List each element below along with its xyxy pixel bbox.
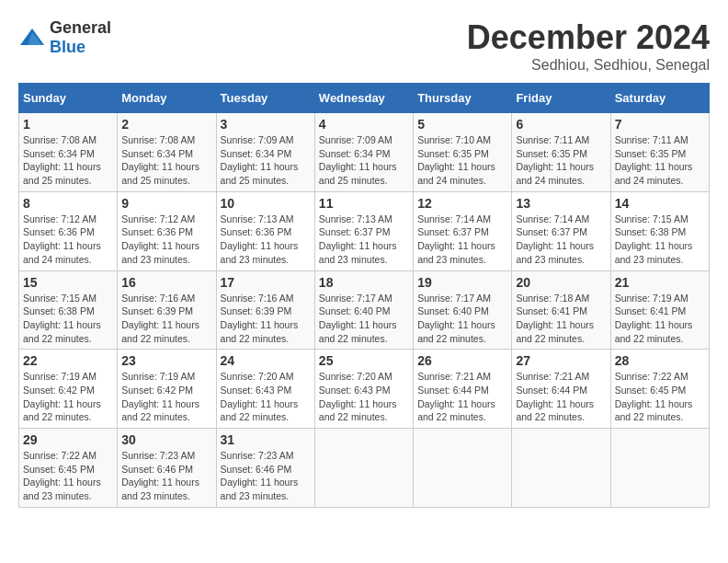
day-info: Sunrise: 7:18 AMSunset: 6:41 PMDaylight:…: [516, 293, 594, 344]
day-info: Sunrise: 7:19 AMSunset: 6:42 PMDaylight:…: [23, 371, 101, 422]
logo-icon: [18, 27, 46, 49]
day-info: Sunrise: 7:13 AMSunset: 6:36 PMDaylight:…: [221, 213, 299, 265]
day-cell: 11 Sunrise: 7:13 AMSunset: 6:37 PMDaylig…: [314, 191, 413, 270]
day-cell: 6 Sunrise: 7:11 AMSunset: 6:35 PMDayligh…: [512, 113, 610, 192]
day-number: 23: [121, 353, 211, 368]
day-number: 3: [221, 117, 311, 132]
day-number: 7: [615, 117, 705, 132]
day-cell: 9 Sunrise: 7:12 AMSunset: 6:36 PMDayligh…: [118, 191, 216, 270]
day-cell: 3 Sunrise: 7:09 AMSunset: 6:34 PMDayligh…: [216, 113, 314, 192]
day-cell: [610, 429, 709, 508]
page-header: General Blue December 2024 Sedhiou, Sedh…: [18, 18, 710, 74]
day-info: Sunrise: 7:15 AMSunset: 6:38 PMDaylight:…: [615, 213, 693, 265]
day-number: 31: [221, 432, 311, 447]
day-number: 9: [121, 196, 211, 211]
day-info: Sunrise: 7:23 AMSunset: 6:46 PMDaylight:…: [221, 450, 299, 501]
month-title: December 2024: [467, 18, 710, 57]
day-number: 8: [23, 196, 113, 211]
day-info: Sunrise: 7:16 AMSunset: 6:39 PMDaylight:…: [221, 293, 299, 344]
day-number: 29: [23, 432, 113, 447]
day-cell: 16 Sunrise: 7:16 AMSunset: 6:39 PMDaylig…: [118, 270, 216, 350]
day-info: Sunrise: 7:17 AMSunset: 6:40 PMDaylight:…: [319, 293, 397, 344]
day-info: Sunrise: 7:20 AMSunset: 6:43 PMDaylight:…: [319, 371, 397, 422]
day-cell: 23 Sunrise: 7:19 AMSunset: 6:42 PMDaylig…: [118, 350, 216, 429]
day-info: Sunrise: 7:23 AMSunset: 6:46 PMDaylight:…: [121, 450, 199, 501]
day-cell: 20 Sunrise: 7:18 AMSunset: 6:41 PMDaylig…: [512, 270, 610, 350]
week-row-2: 8 Sunrise: 7:12 AMSunset: 6:36 PMDayligh…: [19, 191, 710, 270]
day-cell: 13 Sunrise: 7:14 AMSunset: 6:37 PMDaylig…: [512, 191, 610, 270]
day-number: 26: [417, 353, 507, 368]
day-number: 17: [221, 275, 311, 290]
day-number: 30: [121, 432, 211, 447]
logo-general: General: [50, 18, 111, 37]
day-number: 18: [319, 275, 409, 290]
location-title: Sedhiou, Sedhiou, Senegal: [467, 57, 710, 74]
day-cell: [314, 429, 413, 508]
day-info: Sunrise: 7:11 AMSunset: 6:35 PMDaylight:…: [516, 134, 594, 186]
day-number: 24: [221, 353, 311, 368]
day-number: 11: [319, 196, 409, 211]
day-number: 27: [516, 353, 606, 368]
header-monday: Monday: [118, 84, 216, 113]
day-cell: 15 Sunrise: 7:15 AMSunset: 6:38 PMDaylig…: [19, 270, 118, 350]
day-cell: 1 Sunrise: 7:08 AMSunset: 6:34 PMDayligh…: [19, 113, 118, 192]
day-info: Sunrise: 7:10 AMSunset: 6:35 PMDaylight:…: [417, 134, 495, 186]
day-cell: 5 Sunrise: 7:10 AMSunset: 6:35 PMDayligh…: [414, 113, 512, 192]
day-cell: 18 Sunrise: 7:17 AMSunset: 6:40 PMDaylig…: [314, 270, 413, 350]
header-wednesday: Wednesday: [314, 84, 413, 113]
day-cell: 7 Sunrise: 7:11 AMSunset: 6:35 PMDayligh…: [610, 113, 709, 192]
day-number: 21: [615, 275, 705, 290]
day-number: 2: [121, 117, 211, 132]
day-cell: 31 Sunrise: 7:23 AMSunset: 6:46 PMDaylig…: [216, 429, 314, 508]
day-cell: 4 Sunrise: 7:09 AMSunset: 6:34 PMDayligh…: [314, 113, 413, 192]
header-sunday: Sunday: [19, 84, 118, 113]
calendar-body: 1 Sunrise: 7:08 AMSunset: 6:34 PMDayligh…: [19, 113, 710, 508]
day-number: 4: [319, 117, 409, 132]
header-saturday: Saturday: [610, 84, 709, 113]
day-info: Sunrise: 7:12 AMSunset: 6:36 PMDaylight:…: [23, 213, 101, 265]
day-info: Sunrise: 7:12 AMSunset: 6:36 PMDaylight:…: [121, 213, 199, 265]
day-cell: 26 Sunrise: 7:21 AMSunset: 6:44 PMDaylig…: [414, 350, 512, 429]
day-cell: 28 Sunrise: 7:22 AMSunset: 6:45 PMDaylig…: [610, 350, 709, 429]
day-info: Sunrise: 7:08 AMSunset: 6:34 PMDaylight:…: [121, 134, 199, 186]
day-info: Sunrise: 7:19 AMSunset: 6:41 PMDaylight:…: [615, 293, 693, 344]
week-row-5: 29 Sunrise: 7:22 AMSunset: 6:45 PMDaylig…: [19, 429, 710, 508]
day-cell: 17 Sunrise: 7:16 AMSunset: 6:39 PMDaylig…: [216, 270, 314, 350]
day-info: Sunrise: 7:14 AMSunset: 6:37 PMDaylight:…: [516, 213, 594, 265]
day-cell: 29 Sunrise: 7:22 AMSunset: 6:45 PMDaylig…: [19, 429, 118, 508]
day-cell: 2 Sunrise: 7:08 AMSunset: 6:34 PMDayligh…: [118, 113, 216, 192]
day-number: 14: [615, 196, 705, 211]
day-info: Sunrise: 7:22 AMSunset: 6:45 PMDaylight:…: [23, 450, 101, 501]
header-friday: Friday: [512, 84, 610, 113]
day-number: 12: [417, 196, 507, 211]
day-info: Sunrise: 7:11 AMSunset: 6:35 PMDaylight:…: [615, 134, 693, 186]
day-info: Sunrise: 7:19 AMSunset: 6:42 PMDaylight:…: [121, 371, 199, 422]
day-cell: 12 Sunrise: 7:14 AMSunset: 6:37 PMDaylig…: [414, 191, 512, 270]
day-number: 20: [516, 275, 606, 290]
header-row: SundayMondayTuesdayWednesdayThursdayFrid…: [19, 84, 710, 113]
day-cell: 24 Sunrise: 7:20 AMSunset: 6:43 PMDaylig…: [216, 350, 314, 429]
day-cell: 22 Sunrise: 7:19 AMSunset: 6:42 PMDaylig…: [19, 350, 118, 429]
day-info: Sunrise: 7:16 AMSunset: 6:39 PMDaylight:…: [121, 293, 199, 344]
day-number: 10: [221, 196, 311, 211]
day-cell: [512, 429, 610, 508]
day-number: 5: [417, 117, 507, 132]
calendar-header: SundayMondayTuesdayWednesdayThursdayFrid…: [19, 84, 710, 113]
day-info: Sunrise: 7:22 AMSunset: 6:45 PMDaylight:…: [615, 371, 693, 422]
week-row-3: 15 Sunrise: 7:15 AMSunset: 6:38 PMDaylig…: [19, 270, 710, 350]
week-row-1: 1 Sunrise: 7:08 AMSunset: 6:34 PMDayligh…: [19, 113, 710, 192]
day-cell: 8 Sunrise: 7:12 AMSunset: 6:36 PMDayligh…: [19, 191, 118, 270]
day-number: 19: [417, 275, 507, 290]
day-info: Sunrise: 7:09 AMSunset: 6:34 PMDaylight:…: [221, 134, 299, 186]
day-info: Sunrise: 7:08 AMSunset: 6:34 PMDaylight:…: [23, 134, 101, 186]
day-cell: 19 Sunrise: 7:17 AMSunset: 6:40 PMDaylig…: [414, 270, 512, 350]
day-number: 13: [516, 196, 606, 211]
header-tuesday: Tuesday: [216, 84, 314, 113]
day-number: 16: [121, 275, 211, 290]
day-cell: 30 Sunrise: 7:23 AMSunset: 6:46 PMDaylig…: [118, 429, 216, 508]
day-number: 28: [615, 353, 705, 368]
day-number: 25: [319, 353, 409, 368]
logo-blue: Blue: [50, 38, 85, 56]
day-number: 22: [23, 353, 113, 368]
title-area: December 2024 Sedhiou, Sedhiou, Senegal: [467, 18, 710, 74]
